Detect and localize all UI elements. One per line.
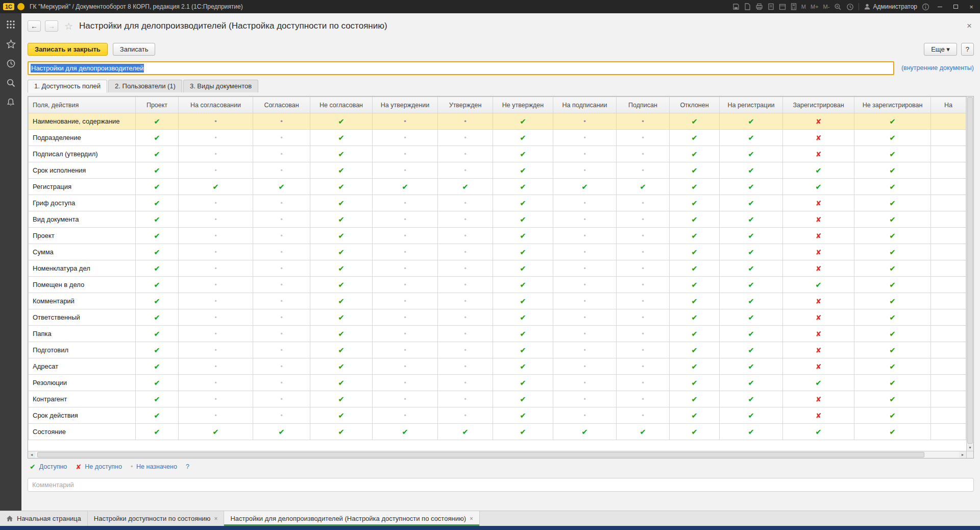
table-row[interactable]: Сумма✔••✔••✔••✔✔✘✔ <box>29 244 966 260</box>
cell-check[interactable]: ✔ <box>136 260 179 277</box>
cell-check[interactable]: ✔ <box>720 375 783 391</box>
cell-dot[interactable]: • <box>553 130 617 146</box>
cell-dot[interactable]: • <box>373 211 438 228</box>
cell-check[interactable]: ✔ <box>670 326 720 342</box>
help-button[interactable]: ? <box>961 43 974 56</box>
cell-dot[interactable]: • <box>179 358 253 375</box>
table-row[interactable]: Подписал (утвердил)✔••✔••✔••✔✔✘✔ <box>29 146 966 162</box>
cell-check[interactable]: ✔ <box>310 260 373 277</box>
cell-cross[interactable]: ✘ <box>783 195 854 211</box>
memory-mminus-button[interactable]: M- <box>823 4 830 10</box>
cell-dot[interactable]: • <box>553 277 617 293</box>
cell-dot[interactable]: • <box>253 113 310 130</box>
table-row[interactable]: Номенклатура дел✔••✔••✔••✔✔✘✔ <box>29 260 966 277</box>
horizontal-scroll-thumb[interactable] <box>37 452 924 457</box>
cell-dot[interactable]: • <box>179 326 253 342</box>
cell-check[interactable]: ✔ <box>136 342 179 358</box>
tab-field-availability[interactable]: 1. Доступность полей <box>28 80 107 93</box>
table-row[interactable]: Папка✔••✔••✔••✔✔✘✔ <box>29 326 966 342</box>
cell-dot[interactable]: • <box>253 146 310 162</box>
cell-dot[interactable]: • <box>438 130 493 146</box>
cell-dot[interactable]: • <box>253 162 310 179</box>
cell-check[interactable]: ✔ <box>493 113 553 130</box>
cell-dot[interactable]: • <box>553 211 617 228</box>
table-row[interactable]: Резолюции✔••✔••✔••✔✔✔✔ <box>29 375 966 391</box>
cell-check[interactable]: ✔ <box>720 130 783 146</box>
cell-cross[interactable]: ✘ <box>783 326 854 342</box>
cell-dot[interactable]: • <box>253 326 310 342</box>
cell-dot[interactable]: • <box>253 260 310 277</box>
cell-dot[interactable]: • <box>373 326 438 342</box>
cell-dot[interactable]: • <box>179 162 253 179</box>
cell-dot[interactable]: • <box>438 277 493 293</box>
cell-cross[interactable]: ✘ <box>783 260 854 277</box>
cell-check[interactable]: ✔ <box>854 146 931 162</box>
column-header[interactable]: Не утвержден <box>493 97 553 113</box>
cell-check[interactable]: ✔ <box>493 326 553 342</box>
column-header[interactable]: Подписан <box>617 97 670 113</box>
cell-check[interactable]: ✔ <box>136 358 179 375</box>
cell-dot[interactable]: • <box>617 326 670 342</box>
comment-input[interactable] <box>28 478 974 492</box>
cell-dot[interactable]: • <box>179 260 253 277</box>
name-input[interactable]: Настройки для делопроизводителей <box>28 61 894 75</box>
favorite-star-icon[interactable]: ☆ <box>64 20 73 32</box>
cell-check[interactable]: ✔ <box>854 309 931 326</box>
cell-check[interactable]: ✔ <box>493 228 553 244</box>
cell-check[interactable]: ✔ <box>670 130 720 146</box>
more-button[interactable]: Еще ▾ <box>924 43 957 56</box>
cell-cross[interactable]: ✘ <box>783 130 854 146</box>
cell-check[interactable]: ✔ <box>136 391 179 407</box>
cell-cross[interactable]: ✘ <box>783 407 854 424</box>
cell-check[interactable]: ✔ <box>310 342 373 358</box>
cell-check[interactable]: ✔ <box>310 277 373 293</box>
cell-check[interactable]: ✔ <box>136 424 179 440</box>
row-label[interactable]: Состояние <box>29 424 136 440</box>
cell-dot[interactable]: • <box>253 277 310 293</box>
cell-dot[interactable]: • <box>179 113 253 130</box>
cell-dot[interactable]: • <box>179 244 253 260</box>
cell-dot[interactable]: • <box>553 407 617 424</box>
cell-check[interactable]: ✔ <box>720 244 783 260</box>
cell-check[interactable]: ✔ <box>720 358 783 375</box>
column-header[interactable]: Зарегистрирован <box>783 97 854 113</box>
cell-dot[interactable]: • <box>373 162 438 179</box>
row-label[interactable]: Регистрация <box>29 179 136 195</box>
search-icon[interactable] <box>5 77 17 89</box>
cell-check[interactable]: ✔ <box>136 146 179 162</box>
row-label[interactable]: Вид документа <box>29 211 136 228</box>
cell-check[interactable]: ✔ <box>493 309 553 326</box>
cell-cross[interactable]: ✘ <box>783 211 854 228</box>
cell-dot[interactable]: • <box>617 162 670 179</box>
scroll-left-button[interactable]: ◂ <box>28 451 35 458</box>
cell-dot[interactable]: • <box>373 113 438 130</box>
cell-cross[interactable]: ✘ <box>783 113 854 130</box>
table-row[interactable]: Комментарий✔••✔••✔••✔✔✘✔ <box>29 293 966 309</box>
cell-check[interactable]: ✔ <box>854 260 931 277</box>
cell-check[interactable]: ✔ <box>670 179 720 195</box>
cell-cross[interactable]: ✘ <box>783 391 854 407</box>
cell-dot[interactable]: • <box>373 277 438 293</box>
calendar-icon[interactable] <box>779 3 786 10</box>
cell-check[interactable]: ✔ <box>310 162 373 179</box>
cell-dot[interactable]: • <box>179 293 253 309</box>
tab-close-icon[interactable]: × <box>214 515 217 522</box>
zoom-icon[interactable] <box>834 3 842 11</box>
cell-check[interactable]: ✔ <box>854 195 931 211</box>
cell-check[interactable]: ✔ <box>136 211 179 228</box>
cell-dot[interactable]: • <box>253 342 310 358</box>
cell-dot[interactable]: • <box>553 309 617 326</box>
calculator-icon[interactable] <box>791 3 797 10</box>
row-label[interactable]: Подписал (утвердил) <box>29 146 136 162</box>
cell-check[interactable]: ✔ <box>493 375 553 391</box>
cell-check[interactable]: ✔ <box>136 244 179 260</box>
cell-check[interactable]: ✔ <box>136 309 179 326</box>
cell-dot[interactable]: • <box>179 146 253 162</box>
cell-dot[interactable]: • <box>553 195 617 211</box>
cell-check[interactable]: ✔ <box>136 130 179 146</box>
cell-dot[interactable]: • <box>438 391 493 407</box>
legend-help-link[interactable]: ? <box>186 463 189 470</box>
cell-check[interactable]: ✔ <box>493 179 553 195</box>
cell-check[interactable]: ✔ <box>720 211 783 228</box>
cell-check[interactable]: ✔ <box>720 407 783 424</box>
